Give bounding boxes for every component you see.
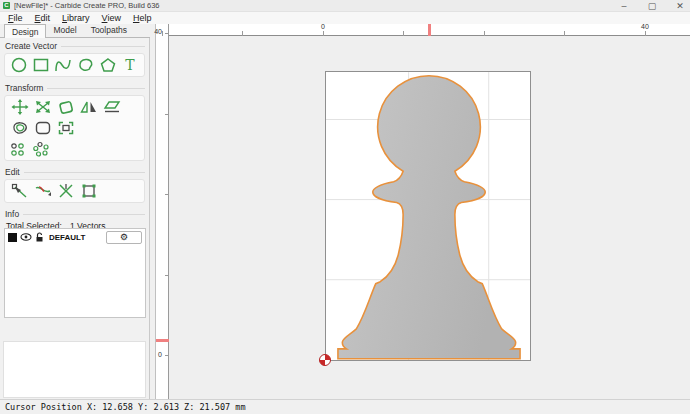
node-edit-tool-icon[interactable] <box>8 182 31 200</box>
curve-edit-tool-icon[interactable] <box>31 182 54 200</box>
horizontal-ruler <box>155 24 690 36</box>
hruler-label-40: 40 <box>638 23 652 30</box>
vruler-label-0: 0 <box>151 351 162 358</box>
curve-tool-icon[interactable] <box>52 56 74 74</box>
create-vector-tools: T <box>4 53 145 77</box>
scale-tool-icon[interactable] <box>31 98 54 116</box>
info-header: Info <box>5 209 145 219</box>
gear-icon: ⚙ <box>120 232 128 242</box>
layers-list: DEFAULT ⚙ <box>4 228 146 318</box>
status-bar: Cursor Position X: 12.658 Y: 2.613 Z: 21… <box>0 399 690 414</box>
circular-array-tool-icon[interactable] <box>31 140 54 158</box>
vruler-label-40: 40 <box>151 28 162 35</box>
skew-tool-icon[interactable] <box>100 98 123 116</box>
text-tool-icon[interactable]: T <box>119 56 141 74</box>
layer-unlock-icon[interactable] <box>35 232 44 242</box>
menu-bar: File Edit Library View Help <box>0 12 690 24</box>
edit-header: Edit <box>5 167 145 177</box>
create-vector-header: Create Vector <box>5 41 145 51</box>
origin-marker-icon <box>318 353 332 367</box>
transform-header: Transform <box>5 83 145 93</box>
offset-tool-icon[interactable] <box>8 119 31 137</box>
rotate-tool-icon[interactable] <box>54 98 77 116</box>
transform-tools <box>4 95 145 161</box>
menu-file[interactable]: File <box>2 12 29 24</box>
stock-page[interactable] <box>325 71 531 361</box>
join-tool-icon[interactable] <box>77 182 100 200</box>
cursor-position-readout: Cursor Position X: 12.658 Y: 2.613 Z: 21… <box>0 402 246 412</box>
pawn-shape[interactable] <box>338 76 520 359</box>
tab-toolpaths[interactable]: Toolpaths <box>84 24 134 37</box>
move-tool-icon[interactable] <box>8 98 31 116</box>
menu-library[interactable]: Library <box>56 12 96 24</box>
hruler-label-0: 0 <box>316 23 330 30</box>
menu-help[interactable]: Help <box>127 12 158 24</box>
fillet-tool-icon[interactable] <box>31 119 54 137</box>
polygon-tool-icon[interactable] <box>97 56 119 74</box>
svg-text:T: T <box>125 57 135 73</box>
center-tool-icon[interactable] <box>54 119 77 137</box>
circle-tool-icon[interactable] <box>8 56 30 74</box>
pawn-vector-drawing[interactable] <box>326 72 530 360</box>
close-button[interactable]: ✕ <box>674 0 686 12</box>
window-title: [NewFile]* - Carbide Create PRO, Build 6… <box>14 1 159 10</box>
tab-design[interactable]: Design <box>4 24 46 38</box>
layer-visibility-eye-icon[interactable] <box>20 233 32 241</box>
vertical-ruler <box>155 24 169 399</box>
vruler-cursor-marker <box>156 339 169 342</box>
title-bar: C [NewFile]* - Carbide Create PRO, Build… <box>0 0 690 12</box>
panel-empty-area <box>3 341 146 398</box>
layer-settings-button[interactable]: ⚙ <box>106 231 142 244</box>
app-window: C [NewFile]* - Carbide Create PRO, Build… <box>0 0 690 414</box>
tab-model[interactable]: Model <box>46 24 83 37</box>
maximize-button[interactable]: ▢ <box>646 0 658 12</box>
hruler-cursor-marker <box>428 24 431 36</box>
rectangle-tool-icon[interactable] <box>30 56 52 74</box>
mode-tabs: Design Model Toolpaths <box>0 24 150 38</box>
design-sidebar: Create Vector T <box>0 38 150 399</box>
menu-view[interactable]: View <box>96 12 127 24</box>
layer-color-swatch[interactable] <box>8 233 17 242</box>
app-logo-icon: C <box>3 2 10 9</box>
trim-tool-icon[interactable] <box>54 182 77 200</box>
menu-edit[interactable]: Edit <box>29 12 57 24</box>
mirror-tool-icon[interactable] <box>77 98 100 116</box>
edit-tools <box>4 179 145 203</box>
layer-row-default[interactable]: DEFAULT ⚙ <box>5 229 145 245</box>
linear-array-tool-icon[interactable] <box>8 140 31 158</box>
minimize-button[interactable]: – <box>618 0 630 12</box>
freeform-tool-icon[interactable] <box>75 56 97 74</box>
layer-name: DEFAULT <box>49 233 103 242</box>
